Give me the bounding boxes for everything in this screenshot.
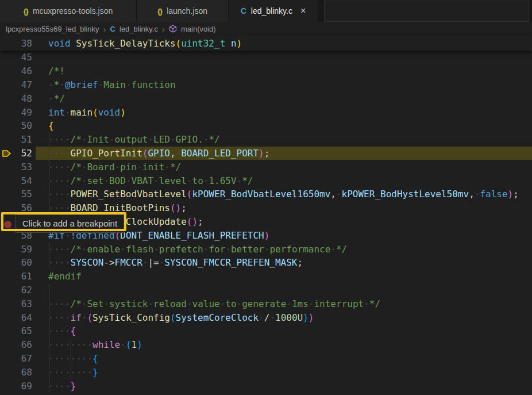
code-token: ) <box>259 148 264 159</box>
line-number[interactable]: 48 <box>0 93 32 104</box>
code-line-51[interactable]: 51····/*·Init·output·LED·GPIO.·*/ <box>0 133 532 147</box>
code-token: ) <box>137 339 142 350</box>
code-token: · <box>259 312 264 323</box>
line-number[interactable]: 55 <box>0 189 32 200</box>
close-icon[interactable]: × <box>300 6 306 16</box>
code-token: ···· <box>48 202 71 213</box>
code-token: ···· <box>48 175 71 186</box>
code-token: , <box>170 148 176 159</box>
code-token: · <box>336 189 342 200</box>
line-number[interactable]: 67 <box>0 353 32 364</box>
code-token: · <box>126 175 132 186</box>
code-token: void <box>48 38 71 49</box>
line-number[interactable]: 61 <box>0 271 32 282</box>
tab-mcuxpresso-tools-json[interactable]: {} mcuxpresso-tools.json <box>0 0 137 22</box>
code-text: ····GPIO_PortInit(GPIO,·BOARD_LED_PORT); <box>48 148 269 159</box>
line-number[interactable]: 56 <box>0 202 32 213</box>
line-number[interactable]: 64 <box>0 312 32 323</box>
code-line-67[interactable]: 67········{ <box>0 352 532 366</box>
code-token: function <box>132 79 176 90</box>
code-line-61[interactable]: 61#endif <box>0 270 532 283</box>
code-token: · <box>103 175 109 186</box>
c-file-icon: C <box>241 6 246 16</box>
code-line-63[interactable]: 63····/*·Set·systick·reload·value·to·gen… <box>0 297 532 310</box>
line-number[interactable]: 50 <box>0 120 32 131</box>
code-token: ···· <box>48 134 71 145</box>
line-number[interactable]: 53 <box>0 162 32 172</box>
code-line-53[interactable]: 53····/*·Board·pin·init·*/ <box>0 160 532 174</box>
code-line-54[interactable]: 54····/*·set·BOD·VBAT·level·to·1.65V·*/ <box>0 174 532 187</box>
code-text: ····/*·Set·systick·reload·value·to·gener… <box>48 298 380 309</box>
code-line-49[interactable]: 49int·main(void) <box>0 105 532 119</box>
breadcrumb-item-file[interactable]: led_blinky.c <box>119 25 158 33</box>
line-number[interactable]: 69 <box>0 381 32 392</box>
breakpoint-dot[interactable] <box>4 221 11 228</box>
code-token: void <box>98 107 121 118</box>
code-line-52[interactable]: 52····GPIO_PortInit(GPIO,·BOARD_LED_PORT… <box>0 147 532 160</box>
code-line-64[interactable]: 64····if·(SysTick_Config(SystemCoreClock… <box>0 310 532 324</box>
code-line-59[interactable]: 59····/*·enable·flash·prefetch·for·bette… <box>0 242 532 256</box>
code-token: SysTick_DelayTicks <box>76 38 175 49</box>
line-number[interactable]: 65 <box>0 325 32 336</box>
code-token: #endif <box>48 271 82 282</box>
line-number[interactable]: 47 <box>0 79 32 90</box>
code-token: , <box>469 189 475 200</box>
code-token: value <box>192 298 220 309</box>
code-token: · <box>48 93 54 104</box>
breadcrumb: lpcxpresso55s69_led_blinky › C led_blink… <box>0 22 532 36</box>
code-token: SysTick_Config <box>92 312 170 323</box>
code-token: · <box>203 175 209 186</box>
code-token: · <box>103 298 109 309</box>
code-line-68[interactable]: 68········} <box>0 365 532 379</box>
line-number[interactable]: 59 <box>0 244 32 255</box>
code-line-66[interactable]: 66········while·(1) <box>0 338 532 352</box>
code-token: SystemCoreClock <box>176 312 259 323</box>
sticky-scroll-line[interactable]: 38 void SysTick_DelayTicks(uint32_t n) <box>0 36 532 51</box>
code-line-46[interactable]: 46/*! <box>0 64 532 78</box>
breadcrumb-item-symbol[interactable]: main(void) <box>181 25 216 33</box>
line-number[interactable]: 62 <box>0 285 32 296</box>
code-token: kPOWER_BodVbatLevel1650mv <box>192 189 330 200</box>
code-line-45[interactable]: 45 <box>0 51 532 64</box>
code-token: /* <box>71 175 82 186</box>
line-number[interactable]: 51 <box>0 134 32 145</box>
code-token: BOARD_LED_PORT <box>181 148 259 159</box>
code-token: to <box>192 175 203 186</box>
breadcrumb-item-project[interactable]: lpcxpresso55s69_led_blinky <box>6 25 99 33</box>
code-token: POWER_SetBodVbatLevel <box>71 189 187 200</box>
code-token: ···· <box>48 325 71 336</box>
code-line-69[interactable]: 69····} <box>0 379 532 393</box>
code-line-56[interactable]: 56····BOARD_InitBootPins(); <box>0 201 532 215</box>
line-number[interactable]: 68 <box>0 367 32 378</box>
tab-launch-json[interactable]: {} launch.json <box>137 0 229 22</box>
code-token: } <box>71 381 76 392</box>
line-number[interactable]: 45 <box>0 52 32 63</box>
code-line-48[interactable]: 48·*/ <box>0 91 532 105</box>
code-text: ····if·(SysTick_Config(SystemCoreClock·/… <box>48 312 314 323</box>
code-token: { <box>48 120 54 131</box>
code-token: */ <box>209 134 219 145</box>
code-line-50[interactable]: 50{ <box>0 119 532 133</box>
code-token: GPIO. <box>176 134 203 145</box>
code-token: · <box>225 244 231 255</box>
chevron-right-icon: › <box>162 25 165 33</box>
code-line-47[interactable]: 47·*·@brief·Main·function <box>0 78 532 92</box>
code-token: output <box>115 134 148 145</box>
line-number[interactable]: 46 <box>0 66 32 76</box>
line-number[interactable]: 49 <box>0 107 32 118</box>
tab-led-blinky-c[interactable]: C led_blinky.c × <box>229 0 318 22</box>
code-line-62[interactable]: 62 <box>0 283 532 297</box>
line-number[interactable]: 63 <box>0 298 32 309</box>
code-token: · <box>120 339 126 350</box>
line-number[interactable]: 66 <box>0 339 32 350</box>
code-token: kPOWER_BodHystLevel50mv <box>342 189 469 200</box>
line-number[interactable]: 60 <box>0 257 32 268</box>
json-file-icon: {} <box>157 7 162 16</box>
code-token: · <box>120 244 126 255</box>
code-line-60[interactable]: 60····SYSCON->FMCCR·|=·SYSCON_FMCCR_PREF… <box>0 256 532 270</box>
code-line-55[interactable]: 55····POWER_SetBodVbatLevel(kPOWER_BodVb… <box>0 187 532 201</box>
code-line-65[interactable]: 65····{ <box>0 324 532 338</box>
line-number[interactable]: 54 <box>0 175 32 186</box>
code-token: · <box>82 162 87 172</box>
editor[interactable]: 4546/*!47·*·@brief·Main·function48·*/49i… <box>0 51 532 393</box>
